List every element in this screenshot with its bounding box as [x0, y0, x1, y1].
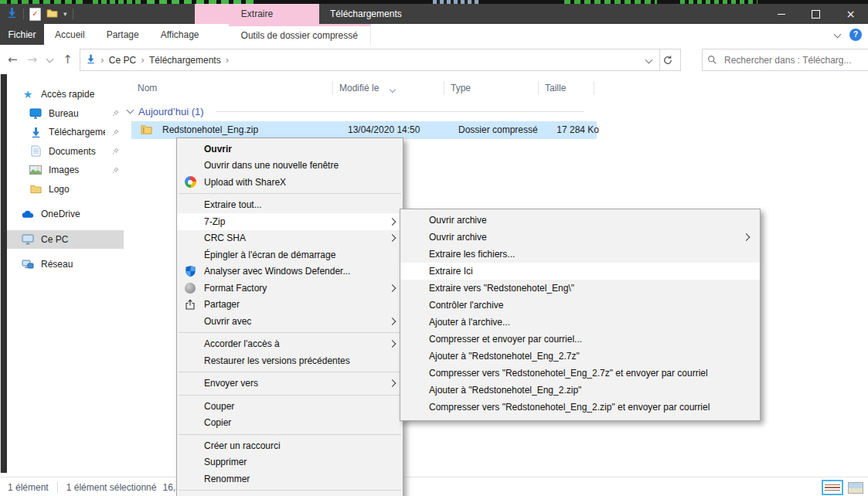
sidebar-item-bureau[interactable]: Bureau: [7, 104, 124, 124]
help-icon[interactable]: ?: [849, 29, 862, 41]
menu-item-7zip[interactable]: 7-Zip: [177, 213, 403, 230]
forward-icon[interactable]: →: [28, 53, 38, 66]
submenu-item-ajouter-archive[interactable]: Ajouter à l'archive...: [400, 314, 760, 331]
sidebar-item-onedrive[interactable]: OneDrive: [7, 205, 124, 224]
breadcrumb[interactable]: › Ce PC › Téléchargements ›: [80, 49, 660, 71]
submenu-item-extraire-ici[interactable]: Extraire Ici: [400, 263, 760, 280]
sidebar-item-ce-pc[interactable]: Ce PC: [7, 230, 124, 250]
explorer-window: { "colors": { "titlebar": "#3f3f3f", "co…: [0, 0, 868, 496]
7zip-submenu: Ouvrir archive Ouvrir archive Extraire l…: [400, 209, 761, 421]
customize-qat-chevron-icon[interactable]: ▾: [63, 10, 67, 18]
this-pc-icon: [22, 233, 34, 246]
sidebar-item-logo[interactable]: Logo: [7, 180, 124, 199]
submenu-arrow-icon: [743, 233, 751, 241]
onedrive-cloud-icon: [22, 208, 34, 220]
column-headers: Nom Modifié le Type Taille: [124, 80, 868, 97]
submenu-arrow-icon: [389, 379, 397, 387]
collapse-ribbon-chevron-icon[interactable]: [834, 31, 842, 39]
status-bar: 1 élément 1 élément sélectionné 16,8: [0, 477, 868, 496]
menu-item-ouvrir[interactable]: Ouvrir: [177, 141, 403, 158]
submenu-item-compresser-envoyer[interactable]: Compresser et envoyer par courriel...: [400, 331, 760, 348]
sort-chevron-icon: [390, 80, 395, 97]
breadcrumb-item-telechargements[interactable]: Téléchargements: [149, 55, 221, 66]
column-header-taille[interactable]: Taille: [539, 80, 594, 97]
group-header[interactable]: Aujourd’hui (1): [128, 104, 584, 119]
desktop-icon: [29, 107, 42, 120]
search-box[interactable]: [702, 49, 868, 71]
close-button[interactable]: ×: [833, 4, 868, 24]
sharex-icon: [184, 176, 196, 189]
submenu-item-compresser-7z-courriel[interactable]: Compresser vers "Redstonehotel_Eng_2.7z"…: [400, 365, 760, 382]
history-chevron-icon[interactable]: [46, 56, 54, 63]
menu-item-partager[interactable]: Partager: [177, 297, 403, 314]
menu-item-upload-sharex[interactable]: Upload with ShareX: [177, 174, 403, 191]
menu-item-supprimer[interactable]: Supprimer: [177, 454, 403, 471]
column-header-type[interactable]: Type: [444, 80, 539, 97]
search-icon: [707, 55, 717, 65]
tab-fichier[interactable]: Fichier: [0, 24, 44, 45]
downloads-icon: [29, 126, 42, 138]
window-title: Téléchargements: [330, 4, 402, 24]
column-header-modifie-le[interactable]: Modifié le: [333, 80, 444, 97]
file-size: 17 284 Ko: [539, 121, 599, 139]
window-downloads-icon: [6, 7, 18, 21]
thumbnail-view-toggle-icon[interactable]: [848, 482, 863, 494]
up-icon[interactable]: ↑: [63, 53, 73, 66]
menu-item-epingler-demarrage[interactable]: Épingler à l'écran de démarrage: [177, 246, 403, 263]
share-icon: [184, 298, 196, 311]
file-modified: 13/04/2020 14:50: [348, 121, 420, 139]
quick-access-toolbar: ✓ ▾: [6, 4, 73, 24]
menu-item-renommer[interactable]: Renommer: [177, 471, 403, 488]
breadcrumb-item-ce-pc[interactable]: Ce PC: [109, 55, 136, 66]
submenu-item-ajouter-7z[interactable]: Ajouter à "Redstonehotel_Eng_2.7z": [400, 348, 760, 365]
newfolder-qat-icon[interactable]: [46, 8, 58, 20]
submenu-item-ajouter-zip[interactable]: Ajouter à "Redstonehotel_Eng_2.zip": [400, 382, 760, 399]
tab-partage[interactable]: Partage: [96, 24, 150, 45]
column-header-nom[interactable]: Nom: [131, 80, 333, 97]
sidebar-item-acces-rapide[interactable]: ★ Accès rapide: [7, 85, 124, 104]
menu-item-crc-sha[interactable]: CRC SHA: [177, 230, 403, 247]
sidebar-item-reseau[interactable]: Réseau: [7, 255, 124, 274]
tab-accueil[interactable]: Accueil: [44, 24, 96, 45]
menu-item-accorder-acces[interactable]: Accorder l'accès à: [177, 336, 403, 353]
submenu-item-compresser-zip-courriel[interactable]: Compresser vers "Redstonehotel_Eng_2.zip…: [400, 399, 760, 416]
tab-outils-dossier-compresse[interactable]: Outils de dossier compressé: [229, 24, 371, 45]
menu-item-couper[interactable]: Couper: [177, 398, 403, 415]
menu-item-envoyer-vers[interactable]: Envoyer vers: [177, 375, 403, 392]
menu-item-ouvrir-nouvelle-fenetre[interactable]: Ouvrir dans une nouvelle fenêtre: [177, 158, 403, 175]
refresh-button[interactable]: [655, 49, 681, 71]
menu-item-copier[interactable]: Copier: [177, 415, 403, 432]
submenu-item-extraire-fichiers[interactable]: Extraire les fichiers...: [400, 246, 760, 263]
file-type: Dossier compressé: [458, 121, 538, 139]
sidebar-item-telechargements[interactable]: Téléchargements: [7, 123, 124, 142]
details-view-toggle-icon[interactable]: [822, 480, 843, 495]
network-icon: [22, 258, 34, 270]
submenu-item-ouvrir-archive-2[interactable]: Ouvrir archive: [400, 229, 760, 246]
sidebar-item-documents[interactable]: Documents: [7, 142, 124, 161]
images-icon: [29, 164, 42, 176]
menu-item-ouvrir-avec[interactable]: Ouvrir avec: [177, 313, 403, 330]
submenu-item-controler-archive[interactable]: Contrôler l'archive: [400, 297, 760, 314]
properties-qat-icon[interactable]: ✓: [29, 8, 41, 21]
quick-access-star-icon: ★: [22, 88, 34, 100]
submenu-item-extraire-vers[interactable]: Extraire vers "Redstonehotel_Eng\": [400, 280, 760, 297]
search-input[interactable]: [723, 54, 866, 66]
group-collapse-chevron-icon[interactable]: [127, 107, 134, 114]
menu-item-format-factory[interactable]: Format Factory: [177, 280, 403, 297]
file-row-selected[interactable]: Redstonehotel_Eng.zip 13/04/2020 14:50 D…: [131, 121, 597, 139]
submenu-item-ouvrir-archive[interactable]: Ouvrir archive: [400, 212, 760, 229]
navigation-pane: ★ Accès rapide Bureau Téléchargements Do…: [7, 74, 124, 484]
tab-affichage[interactable]: Affichage: [150, 24, 210, 45]
menu-item-extraire-tout[interactable]: Extraire tout...: [177, 197, 403, 214]
back-icon[interactable]: ←: [8, 53, 18, 66]
group-label: Aujourd’hui (1): [138, 106, 204, 117]
maximize-button[interactable]: [798, 4, 833, 24]
menu-item-creer-raccourci[interactable]: Créer un raccourci: [177, 437, 403, 454]
menu-item-analyser-defender[interactable]: Analyser avec Windows Defender...: [177, 263, 403, 280]
sidebar-item-images[interactable]: Images: [7, 161, 124, 180]
menu-item-restaurer-versions[interactable]: Restaurer les versions précédentes: [177, 352, 403, 369]
format-factory-icon: [184, 282, 196, 294]
submenu-arrow-icon: [389, 284, 397, 292]
contextual-tab-header[interactable]: Extraire: [195, 4, 319, 24]
minimize-button[interactable]: [764, 4, 798, 24]
